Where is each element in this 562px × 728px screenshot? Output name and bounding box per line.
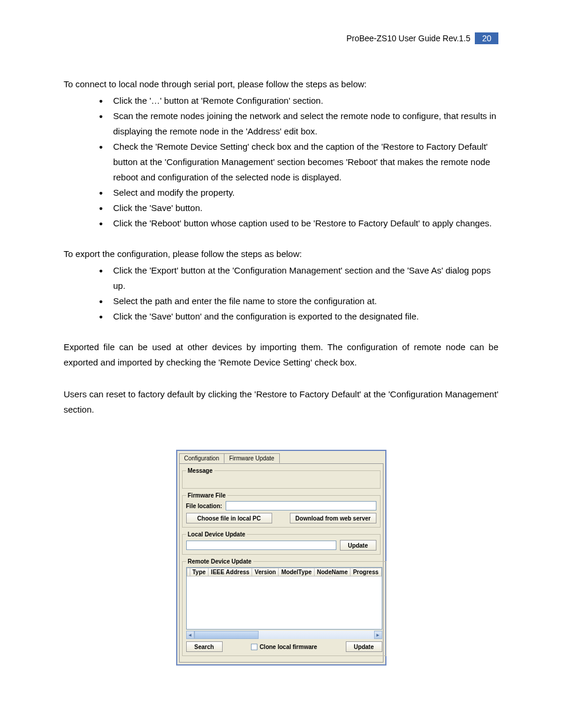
paragraph-reset-note: Users can reset to factory default by cl… <box>64 387 498 417</box>
list-item: Check the 'Remote Device Setting' check … <box>99 139 498 185</box>
page-number: 20 <box>475 32 498 44</box>
steps-list-1: Click the '…' button at 'Remote Configur… <box>99 93 498 231</box>
col-progress[interactable]: Progress <box>351 568 381 577</box>
local-device-update-group: Local Device Update Update <box>182 531 381 555</box>
tab-firmware-update[interactable]: Firmware Update <box>224 453 280 463</box>
table-header-row: Type IEEE Address Version ModelType Node… <box>187 568 381 577</box>
remote-device-table[interactable]: Type IEEE Address Version ModelType Node… <box>186 567 382 630</box>
remote-device-update-legend: Remote Device Update <box>186 558 253 565</box>
list-item: Click the 'Export' button at the 'Config… <box>99 263 498 294</box>
search-button[interactable]: Search <box>186 641 223 652</box>
local-device-update-legend: Local Device Update <box>186 531 247 538</box>
file-location-label: File location: <box>186 503 223 509</box>
clone-firmware-label: Clone local firmware <box>260 644 318 650</box>
local-update-button[interactable]: Update <box>340 540 376 551</box>
firmware-update-dialog: Configuration Firmware Update Message Fi… <box>176 450 386 666</box>
scroll-track[interactable] <box>194 631 374 639</box>
download-button[interactable]: Download from web server <box>290 513 376 523</box>
col-version[interactable]: Version <box>252 568 279 577</box>
file-location-input[interactable] <box>226 501 376 510</box>
paragraph-export-note: Exported file can be used at other devic… <box>64 340 498 370</box>
scroll-thumb[interactable] <box>194 631 259 639</box>
steps-list-2: Click the 'Export' button at the 'Config… <box>99 263 498 324</box>
tab-panel: Message Firmware File File location: Cho… <box>179 463 384 663</box>
firmware-file-group: Firmware File File location: Choose file… <box>182 492 381 528</box>
tab-configuration[interactable]: Configuration <box>179 453 224 463</box>
firmware-file-legend: Firmware File <box>186 492 227 499</box>
list-item: Click the 'Reboot' button whose caption … <box>99 216 498 231</box>
list-item: Click the '…' button at 'Remote Configur… <box>99 93 498 108</box>
col-type[interactable]: Type <box>190 568 209 577</box>
list-item: Scan the remote nodes joining the networ… <box>99 108 498 139</box>
list-item: Select the path and enter the file name … <box>99 294 498 309</box>
remote-device-update-group: Remote Device Update Type IEEE Address V… <box>182 558 386 656</box>
header-title: ProBee-ZS10 User Guide Rev.1.5 <box>346 34 471 43</box>
col-ieee-address[interactable]: IEEE Address <box>209 568 252 577</box>
message-group: Message <box>182 467 381 489</box>
message-body <box>186 476 376 485</box>
list-item: Select and modify the property. <box>99 185 498 200</box>
tab-strip: Configuration Firmware Update <box>179 453 384 463</box>
list-item: Click the 'Save' button' and the configu… <box>99 309 498 324</box>
col-nodename[interactable]: NodeName <box>314 568 350 577</box>
page-header: ProBee-ZS10 User Guide Rev.1.5 20 <box>64 32 498 44</box>
remote-update-button[interactable]: Update <box>346 641 382 652</box>
scroll-left-arrow-icon[interactable]: ◄ <box>186 631 194 639</box>
horizontal-scrollbar[interactable]: ◄ ► <box>186 631 382 639</box>
local-progress-field <box>186 541 336 550</box>
clone-firmware-checkbox[interactable] <box>251 644 257 650</box>
paragraph-intro-1: To connect to local node through serial … <box>64 77 498 92</box>
scroll-right-arrow-icon[interactable]: ► <box>374 631 382 639</box>
message-legend: Message <box>186 467 214 474</box>
choose-file-button[interactable]: Choose file in local PC <box>186 513 273 523</box>
paragraph-intro-2: To export the configuration, please foll… <box>64 246 498 262</box>
list-item: Click the 'Save' button. <box>99 200 498 216</box>
col-modeltype[interactable]: ModelType <box>279 568 314 577</box>
